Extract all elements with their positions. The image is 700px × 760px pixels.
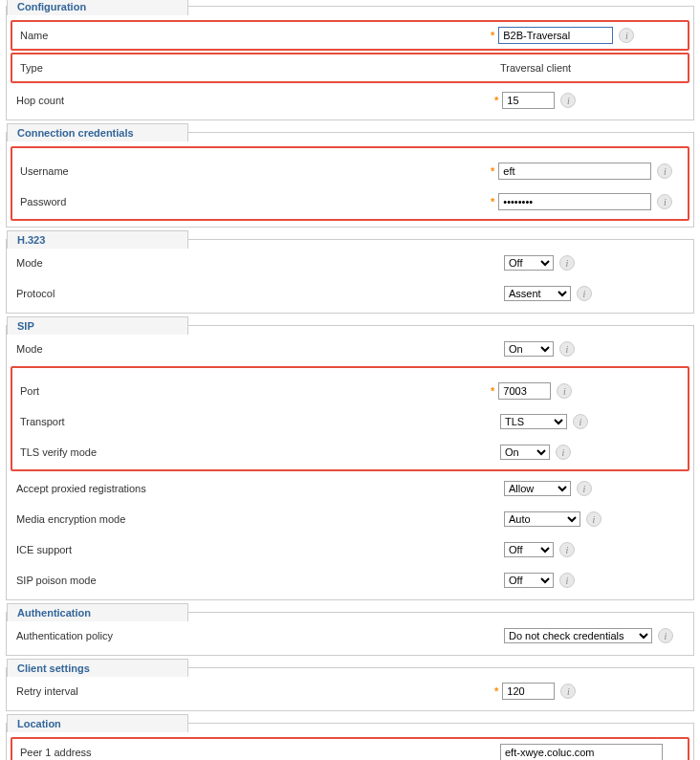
select-h323-protocol[interactable]: Assent [504, 286, 571, 301]
input-retry[interactable] [502, 683, 555, 700]
label-sip-port: Port [20, 385, 491, 397]
label-peer1: Peer 1 address [20, 747, 500, 758]
label-tls-verify: TLS verify mode [20, 446, 500, 458]
section-title-location: Location [7, 714, 188, 732]
row-username: Username * i [20, 156, 680, 186]
select-auth-policy[interactable]: Do not check credentials [504, 628, 652, 643]
info-icon[interactable]: i [577, 481, 592, 496]
section-title-credentials: Connection credentials [7, 123, 188, 141]
info-icon[interactable]: i [559, 341, 575, 357]
section-sip: SIP Mode On i Port * i Transport TLS i T… [6, 325, 694, 600]
row-ice: ICE support Off i [7, 534, 693, 565]
info-icon[interactable]: i [573, 414, 588, 429]
row-h323-mode: Mode Off i [7, 248, 693, 278]
info-icon[interactable]: i [657, 163, 672, 179]
required-marker: * [494, 95, 498, 106]
label-media-enc: Media encryption mode [16, 513, 504, 525]
section-title-sip: SIP [7, 316, 188, 335]
row-auth-policy: Authentication policy Do not check crede… [7, 620, 693, 651]
input-password[interactable] [498, 193, 651, 210]
required-marker: * [491, 196, 494, 207]
section-auth: Authentication Authentication policy Do … [6, 612, 694, 656]
info-icon[interactable]: i [559, 542, 575, 557]
value-type: Traversal client [500, 62, 571, 74]
row-name: Name * i [11, 20, 689, 51]
section-h323: H.323 Mode Off i Protocol Assent i [6, 239, 694, 314]
info-icon[interactable]: i [577, 286, 592, 301]
label-sip-transport: Transport [20, 416, 500, 427]
section-client: Client settings Retry interval * i [6, 667, 694, 711]
input-peer1[interactable] [500, 744, 663, 760]
info-icon[interactable]: i [619, 28, 634, 43]
row-sip-mode: Mode On i [7, 334, 693, 364]
label-retry: Retry interval [16, 685, 494, 697]
select-ice[interactable]: Off [504, 542, 554, 557]
row-sip-port: Port * i [20, 376, 680, 406]
row-sip-transport: Transport TLS i [20, 406, 680, 437]
row-media-enc: Media encryption mode Auto i [7, 504, 693, 534]
info-icon[interactable]: i [586, 511, 602, 527]
info-icon[interactable]: i [560, 684, 576, 699]
label-auth-policy: Authentication policy [16, 630, 504, 641]
label-ice: ICE support [16, 544, 504, 555]
row-hopcount: Hop count * i [7, 85, 693, 116]
row-retry: Retry interval * i [7, 676, 693, 706]
required-marker: * [491, 385, 494, 397]
info-icon[interactable]: i [559, 573, 575, 588]
required-marker: * [491, 165, 494, 177]
row-peer1: Peer 1 address [11, 737, 689, 760]
row-tls-verify: TLS verify mode On i [20, 437, 680, 467]
label-type: Type [20, 62, 500, 74]
select-sip-mode[interactable]: On [504, 341, 554, 357]
select-tls-verify[interactable]: On [500, 445, 550, 460]
label-password: Password [20, 196, 491, 207]
select-accept-proxied[interactable]: Allow [504, 481, 571, 496]
info-icon[interactable]: i [658, 628, 673, 643]
input-username[interactable] [498, 163, 651, 180]
section-configuration: Configuration Name * i Type Traversal cl… [6, 6, 694, 120]
label-name: Name [20, 30, 491, 41]
section-location: Location Peer 1 address Peer 2 address P… [6, 723, 694, 760]
label-accept-proxied: Accept proxied registrations [16, 483, 504, 494]
highlight-sip: Port * i Transport TLS i TLS verify mode… [11, 366, 689, 471]
label-hopcount: Hop count [16, 95, 494, 106]
row-accept-proxied: Accept proxied registrations Allow i [7, 473, 693, 504]
input-sip-port[interactable] [498, 382, 551, 400]
select-h323-mode[interactable]: Off [504, 255, 554, 271]
section-title-auth: Authentication [7, 603, 188, 621]
label-h323-mode: Mode [16, 257, 504, 269]
select-sip-transport[interactable]: TLS [500, 414, 567, 429]
row-type: Type Traversal client [11, 53, 689, 83]
highlight-credentials: Username * i Password * i [11, 146, 689, 221]
info-icon[interactable]: i [557, 383, 572, 399]
required-marker: * [491, 30, 494, 41]
section-credentials: Connection credentials Username * i Pass… [6, 132, 694, 228]
input-hopcount[interactable] [502, 92, 555, 109]
row-poison: SIP poison mode Off i [7, 565, 693, 596]
label-sip-mode: Mode [16, 343, 504, 355]
required-marker: * [494, 685, 498, 697]
section-title-configuration: Configuration [7, 0, 188, 15]
info-icon[interactable]: i [560, 93, 576, 108]
input-name[interactable] [498, 27, 613, 44]
info-icon[interactable]: i [559, 255, 575, 271]
select-media-enc[interactable]: Auto [504, 511, 580, 527]
info-icon[interactable]: i [556, 445, 571, 460]
label-username: Username [20, 165, 491, 177]
section-title-client: Client settings [7, 659, 188, 677]
label-h323-protocol: Protocol [16, 288, 504, 299]
select-poison[interactable]: Off [504, 573, 554, 588]
section-title-h323: H.323 [7, 230, 188, 249]
row-password: Password * i [20, 186, 680, 217]
row-h323-protocol: Protocol Assent i [7, 278, 693, 309]
label-poison: SIP poison mode [16, 575, 504, 586]
info-icon[interactable]: i [657, 194, 672, 209]
